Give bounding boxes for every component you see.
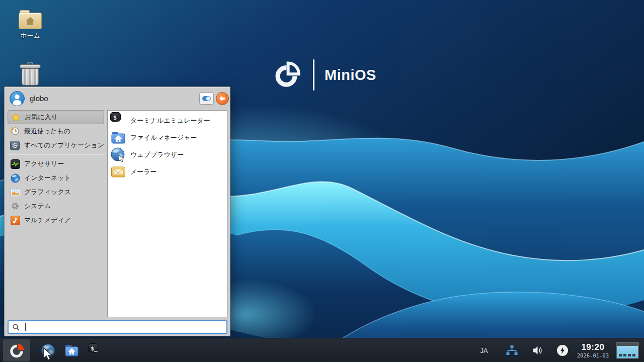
keyboard-layout-indicator[interactable]: JA [480, 347, 488, 354]
category-label: すべてのアプリケーション [24, 141, 104, 150]
taskbar: $_ JA [0, 338, 644, 362]
app-label: ファイルマネージャー [130, 133, 197, 142]
search-box [8, 320, 227, 334]
file-manager-icon [110, 130, 126, 146]
app-terminal[interactable]: $_ ターミナルエミュレーター [108, 112, 227, 129]
logout-arrow-icon [218, 95, 226, 103]
category-internet[interactable]: インターネット [8, 171, 104, 185]
all-apps-gear-icon [10, 140, 21, 150]
mouse-cursor [43, 347, 54, 361]
desktop-icon-home[interactable]: ホーム [9, 10, 51, 40]
toggle-switch-icon [202, 96, 211, 101]
app-label: ウェブブラウザー [130, 150, 184, 159]
brand-name: MiniOS [325, 67, 376, 83]
category-accessories[interactable]: アクセサリー [8, 157, 104, 171]
system-tray: JA [480, 338, 644, 362]
category-label: グラフィックス [24, 188, 71, 197]
power-icon[interactable] [557, 345, 568, 356]
clock-time: 19:20 [577, 343, 609, 351]
app-file-manager[interactable]: ファイルマネージャー [108, 129, 227, 146]
logout-button[interactable] [216, 92, 229, 105]
desktop-icon-trash[interactable] [9, 62, 51, 85]
settings-toggle-button[interactable] [199, 93, 214, 105]
category-all-applications[interactable]: すべてのアプリケーション [8, 138, 104, 152]
category-label: 最近使ったもの [24, 127, 70, 136]
search-icon [12, 323, 20, 331]
category-label: マルチメディア [24, 216, 71, 225]
brand-separator [313, 59, 314, 90]
terminal-icon: $_ [110, 113, 126, 129]
taskbar-terminal[interactable]: $_ [85, 338, 106, 362]
username-label: globo [30, 87, 48, 110]
category-label: お気に入り [25, 113, 58, 122]
home-folder-icon [9, 10, 51, 29]
category-recent[interactable]: 最近使ったもの [8, 124, 104, 138]
minios-pie-icon [272, 60, 301, 89]
category-separator [8, 152, 104, 157]
category-graphics[interactable]: グラフィックス [8, 185, 104, 199]
app-label: メーラー [130, 167, 157, 176]
os-brand-logo: MiniOS [272, 59, 376, 90]
category-pane: お気に入り 最近使ったもの [8, 110, 104, 227]
desktop-icon-home-label: ホーム [9, 31, 51, 40]
graphics-image-icon [10, 187, 21, 197]
internet-globe-icon [10, 173, 21, 183]
search-input[interactable] [24, 321, 224, 333]
mail-icon [110, 164, 126, 180]
app-list: $_ ターミナルエミュレーター ファイルマネージャー [107, 110, 227, 317]
star-icon [10, 112, 21, 122]
category-favorites[interactable]: お気に入り [8, 110, 104, 124]
application-menu: globo お気に入り [4, 86, 230, 336]
app-mailer[interactable]: メーラー [108, 163, 227, 180]
category-label: システム [24, 202, 51, 211]
volume-icon[interactable] [532, 345, 544, 356]
taskbar-file-manager[interactable] [61, 338, 82, 362]
app-label: ターミナルエミュレーター [130, 116, 210, 125]
menu-header: globo [5, 87, 230, 110]
show-desktop-icon [617, 343, 638, 346]
category-label: アクセサリー [24, 159, 64, 168]
multimedia-note-icon [10, 215, 21, 225]
trash-icon [9, 62, 51, 85]
app-web-browser[interactable]: ウェブブラウザー [108, 146, 227, 163]
show-desktop-button[interactable] [616, 342, 639, 359]
accessories-icon [10, 159, 21, 169]
menu-button[interactable] [3, 339, 30, 361]
user-avatar[interactable] [10, 91, 25, 106]
desktop: MiniOS ホーム [0, 0, 644, 362]
network-icon[interactable] [506, 345, 518, 356]
recent-clock-icon [10, 126, 21, 136]
minios-pie-icon [8, 341, 26, 359]
clock[interactable]: 19:20 2026-01-03 [577, 343, 609, 358]
category-label: インターネット [24, 173, 71, 183]
clock-date: 2026-01-03 [577, 353, 609, 358]
category-system[interactable]: システム [8, 199, 104, 213]
web-browser-icon [110, 147, 126, 163]
file-manager-icon [64, 343, 79, 358]
category-multimedia[interactable]: マルチメディア [8, 213, 104, 227]
terminal-icon: $_ [88, 343, 103, 358]
system-gear-icon [10, 201, 21, 211]
